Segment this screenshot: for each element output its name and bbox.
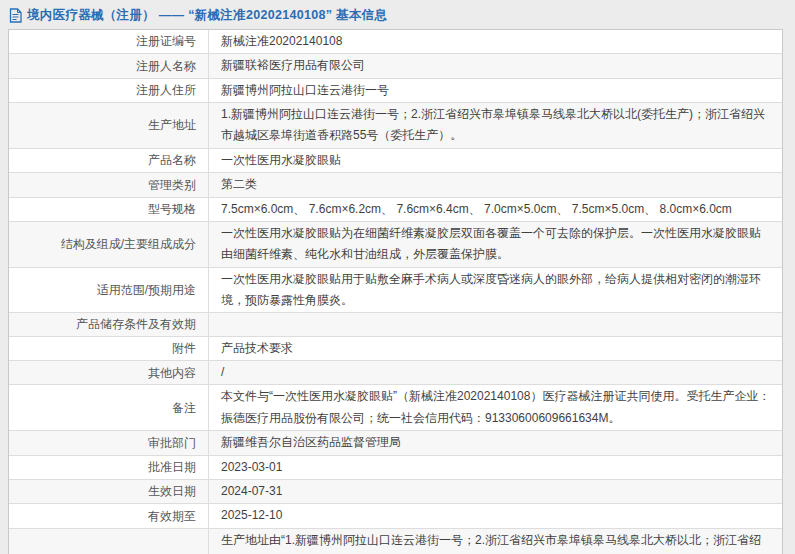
row-value: 一次性医用水凝胶眼贴为在细菌纤维素凝胶层双面各覆盖一个可去除的保护层。一次性医用…: [209, 222, 782, 267]
row-label: 产品储存条件及有效期: [9, 313, 209, 335]
table-row: 变更情况生产地址由“1.新疆博州阿拉山口连云港街一号；2.浙江省绍兴市皋埠镇皋马…: [9, 529, 782, 554]
row-label: 审批部门: [9, 431, 209, 454]
row-label-text: 备注: [172, 398, 196, 418]
document-icon: [9, 8, 22, 23]
row-value: 2025-12-10: [209, 504, 782, 527]
table-row: 型号规格7.5cm×6.0cm、 7.6cm×6.2cm、 7.6cm×6.4c…: [9, 198, 782, 222]
row-label-text: 审批部门: [148, 433, 196, 453]
row-label: 管理类别: [9, 173, 209, 196]
row-value-text: 2023-03-01: [221, 457, 282, 478]
info-table: 注册证编号新械注准20202140108注册人名称新疆联裕医疗用品有限公司注册人…: [8, 29, 783, 554]
table-row: 产品名称一次性医用水凝胶眼贴: [9, 149, 782, 173]
row-value: 一次性医用水凝胶眼贴: [209, 149, 782, 172]
row-value-text: 产品技术要求: [221, 338, 293, 359]
row-label: 注册人名称: [9, 54, 209, 77]
row-label: 附件: [9, 337, 209, 360]
row-label-text: 适用范围/预期用途: [97, 280, 196, 300]
row-label: 其他内容: [9, 361, 209, 384]
row-value-text: 新械注准20202140108: [221, 31, 342, 52]
row-label-text: 管理类别: [148, 175, 196, 195]
table-row: 注册证编号新械注准20202140108: [9, 30, 782, 54]
row-value: 新械注准20202140108: [209, 30, 782, 53]
row-value: 新疆维吾尔自治区药品监督管理局: [209, 431, 782, 454]
table-row: 注册人名称新疆联裕医疗用品有限公司: [9, 54, 782, 78]
row-label-text: 批准日期: [148, 457, 196, 477]
row-label: 变更情况: [9, 529, 209, 554]
row-label-text: 生产地址: [148, 115, 196, 135]
row-value-text: 一次性医用水凝胶眼贴为在细菌纤维素凝胶层双面各覆盖一个可去除的保护层。一次性医用…: [221, 223, 772, 266]
row-value: 2023-03-01: [209, 456, 782, 479]
table-row: 结构及组成/主要组成成分一次性医用水凝胶眼贴为在细菌纤维素凝胶层双面各覆盖一个可…: [9, 222, 782, 268]
row-label: 有效期至: [9, 504, 209, 527]
row-value-text: 新疆联裕医疗用品有限公司: [221, 55, 365, 76]
row-value-text: 2024-07-31: [221, 481, 282, 502]
row-label-text: 型号规格: [148, 199, 196, 219]
page-title: 境内医疗器械（注册） —— “新械注准20202140108” 基本信息: [27, 7, 387, 24]
row-value-text: /: [221, 362, 224, 383]
row-value: 生产地址由“1.新疆博州阿拉山口连云港街一号；2.浙江省绍兴市皋埠镇皋马线皋北大…: [209, 529, 782, 554]
row-value: 本文件与“一次性医用水凝胶眼贴”（新械注准20202140108）医疗器械注册证…: [209, 385, 782, 430]
row-label-text: 产品储存条件及有效期: [76, 314, 196, 334]
row-label-text: 产品名称: [148, 150, 196, 170]
row-value: [209, 313, 782, 335]
row-value-text: 新疆博州阿拉山口连云港街一号: [221, 80, 389, 101]
table-row: 备注本文件与“一次性医用水凝胶眼贴”（新械注准20202140108）医疗器械注…: [9, 385, 782, 431]
table-row: 批准日期2023-03-01: [9, 456, 782, 480]
row-label: 批准日期: [9, 456, 209, 479]
table-row: 生效日期2024-07-31: [9, 480, 782, 504]
row-value: 2024-07-31: [209, 480, 782, 503]
table-row: 其他内容/: [9, 361, 782, 385]
row-value-text: 生产地址由“1.新疆博州阿拉山口连云港街一号；2.浙江省绍兴市皋埠镇皋马线皋北大…: [221, 530, 772, 554]
row-label: 适用范围/预期用途: [9, 268, 209, 313]
row-value-text: 2025-12-10: [221, 505, 282, 526]
table-row: 适用范围/预期用途一次性医用水凝胶眼贴用于贴敷全麻手术病人或深度昏迷病人的眼外部…: [9, 268, 782, 314]
row-label-text: 结构及组成/主要组成成分: [61, 234, 196, 254]
table-row: 注册人住所新疆博州阿拉山口连云港街一号: [9, 79, 782, 103]
row-label: 产品名称: [9, 149, 209, 172]
row-value-text: 一次性医用水凝胶眼贴: [221, 150, 341, 171]
row-label-text: 生效日期: [148, 481, 196, 501]
table-row: 有效期至2025-12-10: [9, 504, 782, 528]
row-label-text: 注册证编号: [136, 31, 196, 51]
page-header: 境内医疗器械（注册） —— “新械注准20202140108” 基本信息: [0, 0, 795, 29]
row-label: 生产地址: [9, 103, 209, 148]
table-row: 生产地址1.新疆博州阿拉山口连云港街一号；2.浙江省绍兴市皋埠镇皋马线皋北大桥以…: [9, 103, 782, 149]
table-row: 附件产品技术要求: [9, 337, 782, 361]
row-label: 结构及组成/主要组成成分: [9, 222, 209, 267]
row-value-text: 新疆维吾尔自治区药品监督管理局: [221, 432, 401, 453]
row-value-text: 本文件与“一次性医用水凝胶眼贴”（新械注准20202140108）医疗器械注册证…: [221, 386, 772, 429]
row-value: 产品技术要求: [209, 337, 782, 360]
row-label: 备注: [9, 385, 209, 430]
row-label-text: 附件: [172, 338, 196, 358]
row-value-text: 7.5cm×6.0cm、 7.6cm×6.2cm、 7.6cm×6.4cm、 7…: [221, 199, 732, 220]
row-value: 7.5cm×6.0cm、 7.6cm×6.2cm、 7.6cm×6.4cm、 7…: [209, 198, 782, 221]
table-row: 管理类别第二类: [9, 173, 782, 197]
table-row: 产品储存条件及有效期: [9, 313, 782, 336]
row-label-text: 注册人住所: [136, 80, 196, 100]
row-value: /: [209, 361, 782, 384]
row-value: 新疆博州阿拉山口连云港街一号: [209, 79, 782, 102]
table-row: 审批部门新疆维吾尔自治区药品监督管理局: [9, 431, 782, 455]
row-value-text: 第二类: [221, 174, 257, 195]
row-value-text: 1.新疆博州阿拉山口连云港街一号；2.浙江省绍兴市皋埠镇皋马线皋北大桥以北(委托…: [221, 104, 772, 147]
row-label-text: 其他内容: [148, 363, 196, 383]
row-label-text: 注册人名称: [136, 56, 196, 76]
row-value: 1.新疆博州阿拉山口连云港街一号；2.浙江省绍兴市皋埠镇皋马线皋北大桥以北(委托…: [209, 103, 782, 148]
row-label-text: 有效期至: [148, 506, 196, 526]
row-value: 一次性医用水凝胶眼贴用于贴敷全麻手术病人或深度昏迷病人的眼外部，给病人提供相对密…: [209, 268, 782, 313]
row-value: 新疆联裕医疗用品有限公司: [209, 54, 782, 77]
row-value: 第二类: [209, 173, 782, 196]
row-label: 型号规格: [9, 198, 209, 221]
row-label: 生效日期: [9, 480, 209, 503]
row-value-text: 一次性医用水凝胶眼贴用于贴敷全麻手术病人或深度昏迷病人的眼外部，给病人提供相对密…: [221, 269, 772, 312]
row-label: 注册人住所: [9, 79, 209, 102]
row-label: 注册证编号: [9, 30, 209, 53]
